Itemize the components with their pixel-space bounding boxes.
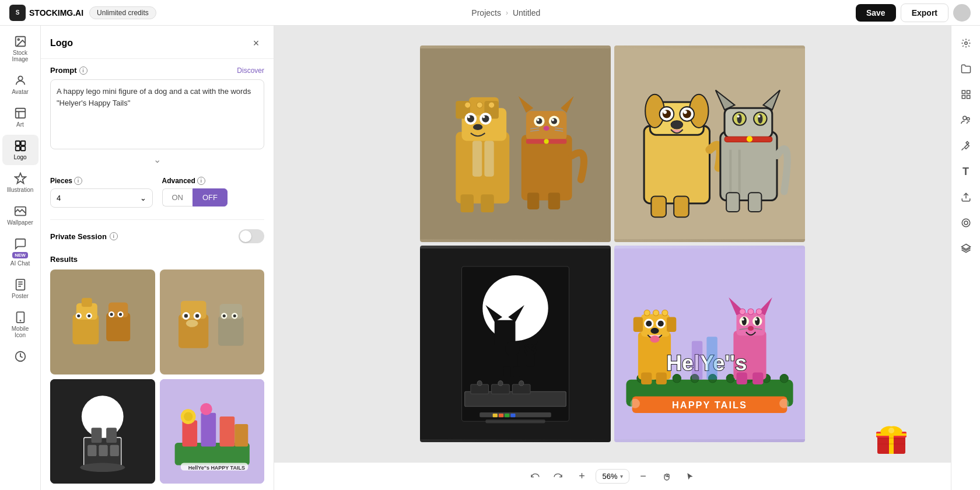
gift-box[interactable] (873, 418, 910, 455)
sidebar-item-art[interactable]: Art (2, 102, 38, 132)
prompt-textarea[interactable]: A happy lego mini figure of a dog and a … (50, 79, 264, 149)
svg-point-97 (544, 139, 549, 144)
pieces-select[interactable]: 4 ⌄ (50, 188, 153, 208)
svg-point-35 (195, 314, 198, 317)
result-thumb-4[interactable]: HellYe''s HAPPY TAILS (160, 379, 265, 484)
result-thumb-1[interactable] (50, 270, 155, 374)
pen-icon[interactable] (956, 135, 977, 156)
sidebar-item-illustration[interactable]: Illustration (2, 167, 38, 198)
svg-rect-64 (456, 132, 509, 204)
svg-point-150 (477, 381, 482, 386)
export-button[interactable]: Export (901, 4, 949, 22)
result-thumb-3[interactable] (50, 379, 155, 484)
toggle-knob (240, 230, 251, 242)
layers-icon[interactable] (956, 238, 977, 259)
advanced-info-icon[interactable]: i (197, 177, 205, 185)
sidebar-item-wallpaper[interactable]: Wallpaper (2, 200, 38, 230)
discover-link[interactable]: Discover (237, 66, 264, 75)
svg-rect-220 (962, 90, 965, 93)
svg-point-151 (498, 381, 503, 386)
canvas-image-4[interactable]: HAPPY TAILS HelYe''s (614, 246, 805, 442)
breadcrumb-projects[interactable]: Projects (471, 8, 501, 18)
layout-icon[interactable] (956, 84, 977, 105)
unlimited-badge: Unlimited credits (89, 6, 156, 19)
svg-point-181 (653, 310, 659, 316)
badge-icon[interactable] (956, 212, 977, 233)
svg-rect-6 (15, 146, 19, 150)
zoom-display[interactable]: 56% ▾ (596, 469, 629, 484)
svg-point-87 (536, 118, 542, 124)
svg-point-138 (505, 341, 520, 356)
upload-icon[interactable] (956, 187, 977, 208)
zoom-out-button[interactable]: − (634, 467, 653, 486)
people-icon[interactable] (956, 110, 977, 131)
sidebar-item-logo[interactable]: Logo (2, 135, 38, 165)
svg-point-127 (747, 136, 752, 142)
svg-rect-143 (526, 355, 534, 366)
sidebar-item-avatar[interactable]: Avatar (2, 69, 38, 100)
sidebar-item-ai-chat[interactable]: NEW AI Chat (2, 233, 38, 271)
avatar[interactable] (953, 4, 971, 22)
svg-rect-202 (752, 373, 763, 384)
close-button[interactable]: × (248, 35, 264, 51)
icon-sidebar: Stock Image Avatar Art (0, 26, 41, 490)
toggle-on-button[interactable]: ON (162, 188, 193, 206)
sidebar-label-art: Art (16, 121, 24, 128)
svg-point-73 (468, 116, 470, 118)
canvas-image-2[interactable] (614, 46, 805, 242)
svg-text:HAPPY TAILS: HAPPY TAILS (672, 400, 747, 410)
pieces-info-icon[interactable]: i (74, 177, 82, 185)
private-info-icon[interactable]: i (110, 232, 118, 240)
folder-icon[interactable] (956, 58, 977, 79)
svg-point-194 (755, 318, 757, 321)
svg-rect-49 (99, 444, 107, 456)
canvas-content[interactable]: HAPPY TAILS HelYe''s (274, 26, 951, 462)
private-toggle[interactable] (239, 229, 264, 243)
save-button[interactable]: Save (856, 4, 896, 22)
text-icon[interactable]: T (956, 161, 977, 182)
cursor-tool-button[interactable] (681, 467, 699, 486)
svg-marker-8 (15, 173, 25, 183)
settings-icon[interactable] (956, 33, 977, 54)
panel-body: Prompt i Discover A happy lego mini figu… (41, 59, 274, 490)
redo-button[interactable] (549, 467, 568, 486)
svg-rect-208 (692, 341, 702, 379)
canvas-image-3[interactable] (420, 246, 611, 442)
sidebar-item-history[interactable] (2, 345, 38, 368)
sidebar-label-logo: Logo (13, 154, 26, 160)
undo-button[interactable] (526, 467, 544, 486)
svg-line-226 (961, 148, 964, 150)
person-icon (14, 74, 27, 87)
svg-point-89 (537, 119, 539, 121)
hand-tool-button[interactable] (657, 467, 676, 486)
sidebar-item-mobile-icon[interactable]: Mobile Icon (2, 306, 38, 343)
options-row: Pieces i 4 ⌄ Advanced i ON OFF (50, 177, 264, 208)
sidebar-item-poster[interactable]: Poster (2, 274, 38, 304)
sidebar-item-stock-image[interactable]: Stock Image (2, 30, 38, 67)
poster-icon (14, 278, 27, 291)
clock-icon (14, 350, 27, 363)
prompt-label: Prompt i (50, 66, 88, 75)
sidebar-label-mobile-icon: Mobile Icon (6, 326, 35, 338)
svg-point-41 (222, 314, 225, 317)
svg-rect-209 (706, 337, 717, 380)
mobile-icon (14, 311, 27, 324)
expand-prompt-button[interactable]: ⌄ (153, 154, 161, 165)
svg-rect-4 (15, 141, 19, 145)
result-thumb-2[interactable] (160, 270, 265, 374)
svg-rect-55 (201, 412, 216, 446)
prompt-info-icon[interactable]: i (79, 66, 88, 75)
brand-name: STOCKIMG.AI (29, 8, 83, 18)
svg-rect-100 (473, 141, 482, 176)
pieces-label: Pieces i (50, 177, 153, 185)
zoom-in-button[interactable]: + (572, 467, 591, 486)
canvas-image-1[interactable] (420, 46, 611, 242)
svg-rect-221 (967, 90, 970, 93)
svg-rect-155 (493, 414, 498, 417)
svg-rect-130 (726, 192, 739, 212)
toggle-off-button[interactable]: OFF (192, 188, 228, 206)
svg-rect-222 (967, 96, 970, 99)
svg-point-219 (964, 42, 967, 45)
svg-rect-77 (481, 194, 494, 212)
sidebar-label-poster: Poster (12, 293, 29, 299)
